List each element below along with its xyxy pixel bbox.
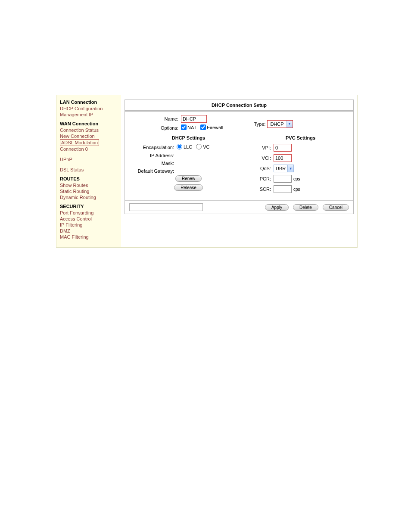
renew-button[interactable]: Renew (175, 175, 202, 182)
qos-label: QoS: (252, 166, 274, 171)
type-select-value: DHCP (268, 121, 286, 127)
pcr-input[interactable] (274, 175, 292, 183)
qos-select[interactable]: UBR ▼ (274, 165, 294, 172)
footer-text-input[interactable] (129, 203, 203, 211)
nav-access-control[interactable]: Access Control (60, 216, 118, 222)
apply-button[interactable]: Apply (265, 204, 289, 211)
sidebar-heading: SECURITY (60, 204, 118, 209)
options-label: Options: (129, 125, 181, 131)
mask-label: Mask: (129, 161, 177, 166)
encap-vc-radio[interactable] (196, 144, 202, 149)
nav-show-routes[interactable]: Show Routes (60, 182, 118, 188)
nav-upnp[interactable]: UPnP (60, 156, 118, 162)
nav-dsl-status[interactable]: DSL Status (60, 167, 118, 173)
nav-dhcp-configuration[interactable]: DHCP Configuration (60, 106, 118, 112)
release-button[interactable]: Release (174, 184, 203, 191)
sidebar: LAN ConnectionDHCP ConfigurationManageme… (56, 95, 121, 247)
scr-input[interactable] (274, 185, 292, 193)
firewall-checkbox[interactable] (200, 124, 206, 130)
sidebar-heading: LAN Connection (60, 100, 118, 105)
vpi-label: VPI: (252, 145, 274, 150)
encapsulation-label: Encapsulation: (129, 145, 177, 150)
nav-dynamic-routing[interactable]: Dynamic Routing (60, 194, 118, 200)
firewall-checkbox-label: Firewall (207, 125, 223, 130)
name-input[interactable] (181, 115, 207, 123)
type-label: Type: (254, 121, 266, 127)
encap-vc-label: VC (203, 144, 209, 149)
chevron-down-icon[interactable]: ▼ (287, 165, 293, 172)
nav-port-forwarding[interactable]: Port Forwarding (60, 210, 118, 216)
panel-title: DHCP Connection Setup (125, 100, 353, 112)
pvc-settings-heading: PVC Settings (252, 135, 349, 140)
delete-button[interactable]: Delete (293, 204, 318, 211)
type-select[interactable]: DHCP ▼ (267, 120, 293, 128)
nav-ip-filtering[interactable]: IP Filtering (60, 222, 118, 228)
vpi-input[interactable] (274, 144, 292, 152)
ip-address-label: IP Address: (129, 153, 177, 158)
qos-value: UBR (274, 165, 287, 171)
sidebar-heading: ROUTES (60, 176, 118, 181)
nav-connection-0[interactable]: Connection 0 (60, 146, 118, 152)
vci-input[interactable] (274, 154, 292, 162)
pcr-label: PCR: (252, 176, 274, 181)
encap-llc-label: LLC (184, 144, 192, 149)
nav-mac-filtering[interactable]: MAC Filtering (60, 234, 118, 240)
nat-checkbox-label: NAT (187, 125, 196, 130)
nav-new-connection[interactable]: New Connection (60, 133, 118, 139)
encap-llc-radio[interactable] (177, 144, 182, 149)
scr-label: SCR: (252, 187, 274, 192)
dhcp-settings-heading: DHCP Settings (129, 135, 248, 140)
chevron-down-icon[interactable]: ▼ (286, 121, 293, 128)
name-label: Name: (129, 116, 181, 121)
pcr-unit: cps (293, 177, 300, 181)
sidebar-heading: WAN Connection (60, 121, 118, 126)
dhcp-connection-setup-panel: DHCP Connection Setup Name: Options: N (125, 100, 354, 214)
scr-unit: cps (293, 187, 300, 192)
main-content: DHCP Connection Setup Name: Options: N (121, 95, 357, 247)
nav-adsl-modulation[interactable]: ADSL Modulation (60, 139, 99, 146)
default-gateway-label: Default Gateway: (129, 168, 177, 174)
nav-static-routing[interactable]: Static Routing (60, 188, 118, 194)
vci-label: VCI: (252, 156, 274, 161)
nav-dmz[interactable]: DMZ (60, 228, 118, 234)
nat-checkbox[interactable] (181, 124, 187, 130)
nav-connection-status[interactable]: Connection Status (60, 127, 118, 133)
nav-management-ip[interactable]: Management IP (60, 112, 118, 118)
cancel-button[interactable]: Cancel (323, 204, 349, 211)
